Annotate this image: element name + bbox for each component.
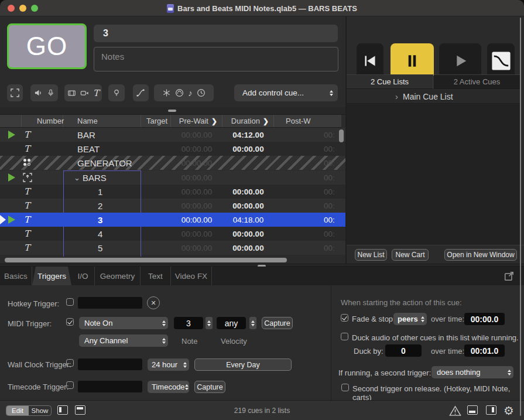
gear-icon[interactable]: ⚙ (504, 404, 514, 418)
add-control-cue-dropdown[interactable]: Add control cue... (234, 84, 338, 101)
wall-clock-checkbox[interactable] (66, 359, 74, 367)
cue-prewait: 00:00.00 (171, 185, 222, 199)
go-button[interactable]: GO (7, 23, 87, 69)
cue-duration: 04:12.00 (222, 128, 274, 142)
microphone-icon (47, 88, 54, 97)
timecode-mode-select[interactable]: Timecode (148, 381, 189, 393)
cue-row-1[interactable]: T 1 00:00.00 00:00.00 00: (0, 185, 345, 199)
horizontal-scrollbar[interactable] (5, 258, 287, 262)
select-chevrons-icon (330, 90, 333, 96)
play-button[interactable] (439, 43, 481, 78)
tab-basics[interactable]: Basics (0, 267, 32, 285)
cue-row-4[interactable]: T 4 00:00.00 00:00.00 00: (0, 227, 345, 241)
toggle-right-panel-icon[interactable] (486, 405, 496, 415)
notes-field[interactable]: Notes (94, 47, 338, 71)
tab-cue-lists[interactable]: 2 Cue Lists (347, 74, 433, 89)
midi-note-stepper[interactable] (206, 317, 213, 329)
tab-io[interactable]: I/O (71, 267, 95, 285)
cue-row-3-selected[interactable]: T 3 00:00.00 04:18.00 00: (0, 213, 345, 227)
cue-name: 3 (98, 215, 102, 225)
column-number[interactable]: Number (22, 115, 63, 127)
column-prewait[interactable]: Pre-Wait❯ (171, 115, 222, 127)
rewind-button[interactable] (357, 43, 383, 78)
cue-prewait: 00:00.00 (171, 241, 222, 255)
cue-row-bars-group[interactable]: ⌄ BARS 00:00.00 00: (0, 170, 345, 185)
playing-arrow-icon (8, 173, 15, 182)
disclosure-chevron-icon[interactable]: ⌄ (74, 173, 80, 182)
midi-capture-button[interactable]: Capture (262, 317, 293, 329)
fullscreen-button[interactable] (7, 84, 23, 101)
midi-channel-select[interactable]: Any Channel (79, 334, 168, 347)
every-day-button[interactable]: Every Day (194, 358, 292, 371)
wall-clock-field[interactable] (78, 358, 142, 370)
clear-hotkey-button[interactable]: ✕ (147, 296, 160, 309)
cue-postwait: 00: (274, 241, 341, 255)
column-name[interactable]: Name (63, 115, 141, 127)
cue-number-value: 3 (103, 28, 108, 39)
new-list-button[interactable]: New List (355, 249, 387, 261)
select-chevrons-icon (162, 338, 166, 344)
tab-cue-lists-label: 2 Cue Lists (371, 77, 409, 86)
add-control-cues-button[interactable]: ♪ (154, 84, 214, 101)
new-cart-button[interactable]: New Cart (392, 249, 429, 261)
column-target[interactable]: Target (141, 115, 171, 127)
midi-velocity-stepper[interactable] (249, 317, 256, 329)
column-postwait[interactable]: Post-W (274, 115, 341, 127)
panic-button[interactable] (487, 43, 515, 78)
add-video-cues-button[interactable]: T (64, 84, 102, 101)
cue-row-2[interactable]: T 2 00:00.00 00:00.00 00: (0, 199, 345, 213)
cue-row-generator[interactable]: GENERATOR 00:00.00 00: (0, 156, 345, 170)
cue-list-row-main[interactable]: › Main Cue List (347, 90, 520, 104)
toggle-bottom-panel-icon[interactable] (467, 405, 478, 415)
window-scrollbar[interactable] (520, 18, 521, 416)
column-duration[interactable]: Duration❯ (222, 115, 274, 127)
add-light-cue-button[interactable] (108, 84, 125, 101)
fade-target-value: peers (398, 315, 418, 323)
duck-time-field[interactable]: 00:01.0 (464, 344, 505, 357)
vertical-scrollbar[interactable] (339, 129, 344, 142)
drag-handle-icon[interactable] (168, 110, 176, 112)
add-audio-cues-button[interactable] (30, 84, 58, 101)
cue-row-beat[interactable]: T BEAT 00:00.00 00:00.00 00: (0, 142, 345, 156)
sort-chevron-icon[interactable]: ❯ (263, 117, 269, 125)
midi-trigger-checkbox[interactable] (66, 318, 74, 326)
hotkey-trigger-checkbox[interactable] (66, 298, 74, 306)
chevron-right-icon: › (395, 91, 398, 101)
second-trigger-select[interactable]: does nothing (431, 366, 513, 378)
fade-stop-checkbox[interactable] (341, 314, 348, 322)
cue-row-bar[interactable]: T BAR 00:00.00 04:12.00 00: (0, 128, 345, 142)
cue-row-5[interactable]: T 5 00:00.00 00:00.00 00: (0, 241, 345, 255)
pause-button[interactable] (391, 43, 434, 78)
warnings-icon[interactable] (449, 405, 461, 416)
timecode-capture-button[interactable]: Capture (194, 381, 225, 393)
sort-chevron-icon[interactable]: ❯ (211, 117, 217, 125)
tab-text[interactable]: Text (141, 267, 171, 285)
tab-video-fx[interactable]: Video FX (171, 267, 212, 285)
midi-velocity-field[interactable]: any (217, 317, 246, 329)
hotkey-field[interactable] (78, 297, 142, 309)
cue-number-field[interactable]: 3 (94, 25, 338, 42)
tab-active-cues[interactable]: 2 Active Cues (434, 74, 520, 89)
duck-time-value: 00:01.0 (471, 346, 498, 356)
midi-message-type-select[interactable]: Note On (79, 317, 168, 329)
cue-postwait: 00: (274, 170, 341, 185)
open-in-new-window-button[interactable]: Open in New Window (444, 249, 517, 261)
table-split-divider[interactable] (0, 107, 345, 115)
add-fade-cue-button[interactable] (133, 84, 149, 101)
timecode-field[interactable] (78, 381, 142, 392)
fade-target-select[interactable]: peers (393, 313, 427, 325)
timecode-checkbox[interactable] (66, 381, 74, 389)
release-trigger-checkbox[interactable] (341, 384, 349, 391)
fade-time-field[interactable]: 00:00.0 (464, 313, 505, 325)
open-inspector-window-icon[interactable] (504, 271, 515, 281)
duck-audio-checkbox[interactable] (341, 333, 348, 340)
cue-lists-panel: 2 Cue Lists 2 Active Cues › Main Cue Lis… (345, 16, 524, 264)
cue-postwait: 00: (274, 185, 341, 199)
tab-triggers[interactable]: Triggers (32, 267, 71, 285)
duck-amount-field[interactable]: 0 (385, 344, 422, 357)
tab-geometry[interactable]: Geometry (95, 267, 141, 285)
cue-postwait: 00: (274, 156, 341, 170)
column-status[interactable] (0, 115, 22, 127)
midi-note-field[interactable]: 3 (174, 317, 203, 329)
wall-clock-mode-select[interactable]: 24 hour (148, 358, 189, 371)
